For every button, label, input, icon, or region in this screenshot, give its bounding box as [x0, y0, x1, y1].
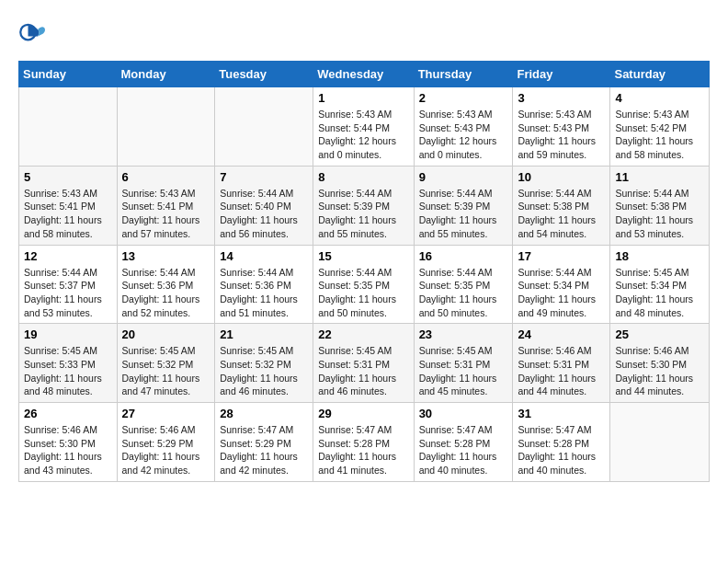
- day-info: Sunrise: 5:44 AM Sunset: 5:37 PM Dayligh…: [24, 266, 112, 320]
- day-header-saturday: Saturday: [610, 62, 710, 87]
- calendar-cell: 26Sunrise: 5:46 AM Sunset: 5:30 PM Dayli…: [19, 403, 118, 482]
- day-info: Sunrise: 5:45 AM Sunset: 5:34 PM Dayligh…: [615, 266, 704, 320]
- calendar-cell: 2Sunrise: 5:43 AM Sunset: 5:43 PM Daylig…: [414, 87, 513, 167]
- calendar-cell: 1Sunrise: 5:43 AM Sunset: 5:44 PM Daylig…: [313, 87, 414, 167]
- calendar-cell: 8Sunrise: 5:44 AM Sunset: 5:39 PM Daylig…: [313, 166, 414, 245]
- day-info: Sunrise: 5:45 AM Sunset: 5:31 PM Dayligh…: [318, 344, 408, 398]
- day-info: Sunrise: 5:44 AM Sunset: 5:39 PM Dayligh…: [419, 187, 508, 241]
- day-info: Sunrise: 5:44 AM Sunset: 5:38 PM Dayligh…: [518, 187, 605, 241]
- calendar-cell: 11Sunrise: 5:44 AM Sunset: 5:38 PM Dayli…: [610, 166, 710, 245]
- calendar-cell: 27Sunrise: 5:46 AM Sunset: 5:29 PM Dayli…: [117, 403, 215, 482]
- calendar-week-row: 5Sunrise: 5:43 AM Sunset: 5:41 PM Daylig…: [19, 166, 710, 245]
- day-info: Sunrise: 5:46 AM Sunset: 5:29 PM Dayligh…: [122, 423, 210, 477]
- day-info: Sunrise: 5:47 AM Sunset: 5:28 PM Dayligh…: [318, 423, 408, 477]
- calendar-cell: 21Sunrise: 5:45 AM Sunset: 5:32 PM Dayli…: [215, 324, 313, 403]
- calendar-cell: 25Sunrise: 5:46 AM Sunset: 5:30 PM Dayli…: [610, 324, 710, 403]
- calendar-cell: 14Sunrise: 5:44 AM Sunset: 5:36 PM Dayli…: [215, 245, 313, 324]
- calendar-cell: 7Sunrise: 5:44 AM Sunset: 5:40 PM Daylig…: [215, 166, 313, 245]
- calendar-cell: [117, 87, 215, 167]
- day-info: Sunrise: 5:44 AM Sunset: 5:40 PM Dayligh…: [220, 187, 308, 241]
- day-info: Sunrise: 5:45 AM Sunset: 5:32 PM Dayligh…: [122, 344, 210, 398]
- calendar-cell: 22Sunrise: 5:45 AM Sunset: 5:31 PM Dayli…: [313, 324, 414, 403]
- calendar-cell: 28Sunrise: 5:47 AM Sunset: 5:29 PM Dayli…: [215, 403, 313, 482]
- day-header-monday: Monday: [117, 62, 215, 87]
- day-number: 24: [518, 327, 605, 341]
- day-info: Sunrise: 5:44 AM Sunset: 5:35 PM Dayligh…: [318, 266, 408, 320]
- day-number: 5: [24, 170, 112, 184]
- calendar-week-row: 26Sunrise: 5:46 AM Sunset: 5:30 PM Dayli…: [19, 403, 710, 482]
- day-number: 3: [518, 91, 605, 105]
- day-number: 8: [318, 170, 408, 184]
- day-info: Sunrise: 5:43 AM Sunset: 5:43 PM Dayligh…: [518, 108, 605, 162]
- day-info: Sunrise: 5:47 AM Sunset: 5:28 PM Dayligh…: [518, 423, 605, 477]
- day-number: 1: [318, 91, 408, 105]
- day-number: 14: [220, 249, 308, 263]
- day-info: Sunrise: 5:47 AM Sunset: 5:29 PM Dayligh…: [220, 423, 308, 477]
- day-info: Sunrise: 5:44 AM Sunset: 5:35 PM Dayligh…: [419, 266, 508, 320]
- day-header-tuesday: Tuesday: [215, 62, 313, 87]
- day-number: 19: [24, 327, 112, 341]
- calendar-cell: 17Sunrise: 5:44 AM Sunset: 5:34 PM Dayli…: [513, 245, 610, 324]
- day-number: 30: [419, 407, 508, 420]
- day-number: 2: [419, 91, 508, 105]
- day-header-thursday: Thursday: [414, 62, 513, 87]
- day-number: 15: [318, 249, 408, 263]
- day-info: Sunrise: 5:46 AM Sunset: 5:31 PM Dayligh…: [518, 344, 605, 398]
- calendar-cell: 15Sunrise: 5:44 AM Sunset: 5:35 PM Dayli…: [313, 245, 414, 324]
- calendar-cell: [19, 87, 118, 167]
- calendar-cell: 16Sunrise: 5:44 AM Sunset: 5:35 PM Dayli…: [414, 245, 513, 324]
- day-number: 28: [220, 407, 308, 420]
- calendar-cell: 29Sunrise: 5:47 AM Sunset: 5:28 PM Dayli…: [313, 403, 414, 482]
- day-number: 7: [220, 170, 308, 184]
- day-info: Sunrise: 5:43 AM Sunset: 5:44 PM Dayligh…: [318, 108, 408, 162]
- day-info: Sunrise: 5:44 AM Sunset: 5:34 PM Dayligh…: [518, 266, 605, 320]
- day-number: 4: [615, 91, 704, 105]
- day-info: Sunrise: 5:44 AM Sunset: 5:36 PM Dayligh…: [220, 266, 308, 320]
- day-number: 25: [615, 327, 704, 341]
- calendar-cell: 4Sunrise: 5:43 AM Sunset: 5:42 PM Daylig…: [610, 87, 710, 167]
- day-info: Sunrise: 5:45 AM Sunset: 5:31 PM Dayligh…: [419, 344, 508, 398]
- day-number: 18: [615, 249, 704, 263]
- day-number: 26: [24, 407, 112, 420]
- logo-icon: [18, 18, 46, 46]
- day-header-wednesday: Wednesday: [313, 62, 414, 87]
- day-number: 23: [419, 327, 508, 341]
- day-number: 22: [318, 327, 408, 341]
- day-info: Sunrise: 5:44 AM Sunset: 5:38 PM Dayligh…: [615, 187, 704, 241]
- calendar-cell: 30Sunrise: 5:47 AM Sunset: 5:28 PM Dayli…: [414, 403, 513, 482]
- calendar-table: SundayMondayTuesdayWednesdayThursdayFrid…: [18, 61, 710, 482]
- calendar-week-row: 12Sunrise: 5:44 AM Sunset: 5:37 PM Dayli…: [19, 245, 710, 324]
- day-info: Sunrise: 5:47 AM Sunset: 5:28 PM Dayligh…: [419, 423, 508, 477]
- calendar-cell: 5Sunrise: 5:43 AM Sunset: 5:41 PM Daylig…: [19, 166, 118, 245]
- calendar-cell: 3Sunrise: 5:43 AM Sunset: 5:43 PM Daylig…: [513, 87, 610, 167]
- calendar-cell: 18Sunrise: 5:45 AM Sunset: 5:34 PM Dayli…: [610, 245, 710, 324]
- calendar-cell: 23Sunrise: 5:45 AM Sunset: 5:31 PM Dayli…: [414, 324, 513, 403]
- calendar-cell: 24Sunrise: 5:46 AM Sunset: 5:31 PM Dayli…: [513, 324, 610, 403]
- day-number: 12: [24, 249, 112, 263]
- day-info: Sunrise: 5:43 AM Sunset: 5:41 PM Dayligh…: [122, 187, 210, 241]
- calendar-cell: 19Sunrise: 5:45 AM Sunset: 5:33 PM Dayli…: [19, 324, 118, 403]
- day-info: Sunrise: 5:44 AM Sunset: 5:39 PM Dayligh…: [318, 187, 408, 241]
- page-header: [18, 18, 710, 46]
- day-number: 29: [318, 407, 408, 420]
- day-number: 11: [615, 170, 704, 184]
- calendar-cell: 9Sunrise: 5:44 AM Sunset: 5:39 PM Daylig…: [414, 166, 513, 245]
- calendar-cell: 20Sunrise: 5:45 AM Sunset: 5:32 PM Dayli…: [117, 324, 215, 403]
- logo: [18, 18, 48, 46]
- calendar-week-row: 1Sunrise: 5:43 AM Sunset: 5:44 PM Daylig…: [19, 87, 710, 167]
- day-info: Sunrise: 5:43 AM Sunset: 5:43 PM Dayligh…: [419, 108, 508, 162]
- calendar-cell: 13Sunrise: 5:44 AM Sunset: 5:36 PM Dayli…: [117, 245, 215, 324]
- day-info: Sunrise: 5:43 AM Sunset: 5:41 PM Dayligh…: [24, 187, 112, 241]
- day-number: 10: [518, 170, 605, 184]
- day-number: 17: [518, 249, 605, 263]
- day-header-sunday: Sunday: [19, 62, 118, 87]
- day-info: Sunrise: 5:45 AM Sunset: 5:32 PM Dayligh…: [220, 344, 308, 398]
- calendar-cell: 6Sunrise: 5:43 AM Sunset: 5:41 PM Daylig…: [117, 166, 215, 245]
- calendar-week-row: 19Sunrise: 5:45 AM Sunset: 5:33 PM Dayli…: [19, 324, 710, 403]
- calendar-header-row: SundayMondayTuesdayWednesdayThursdayFrid…: [19, 62, 710, 87]
- calendar-cell: [215, 87, 313, 167]
- day-number: 16: [419, 249, 508, 263]
- day-number: 27: [122, 407, 210, 420]
- day-info: Sunrise: 5:43 AM Sunset: 5:42 PM Dayligh…: [615, 108, 704, 162]
- day-info: Sunrise: 5:46 AM Sunset: 5:30 PM Dayligh…: [24, 423, 112, 477]
